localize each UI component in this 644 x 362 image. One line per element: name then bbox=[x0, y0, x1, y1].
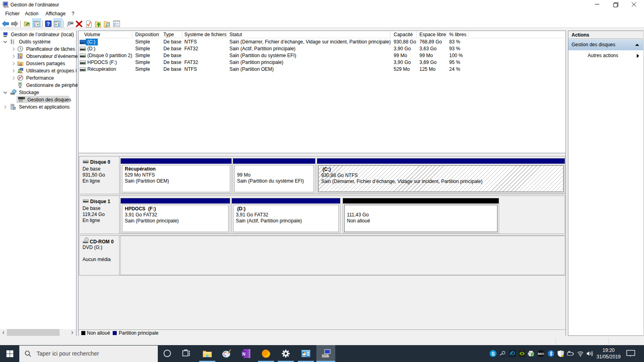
svg-text:S: S bbox=[491, 351, 495, 357]
svg-text:B&O: B&O bbox=[538, 352, 544, 355]
svg-text:N: N bbox=[242, 352, 246, 356]
svg-text:?: ? bbox=[47, 21, 50, 27]
